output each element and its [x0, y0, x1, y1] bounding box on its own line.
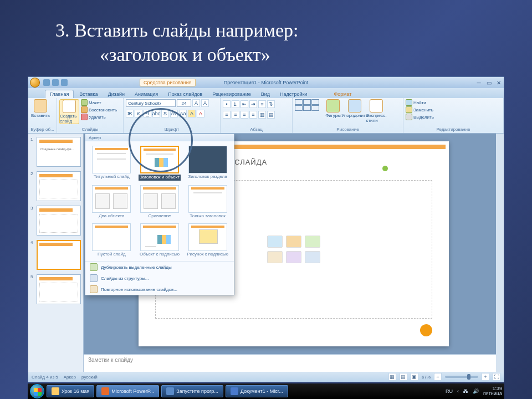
- thumbnail-5[interactable]: 5: [30, 274, 81, 304]
- insert-clipart-icon[interactable]: [286, 251, 301, 263]
- tray-lang[interactable]: RU: [446, 388, 453, 394]
- thumbnail-1[interactable]: 1Создание слайд-фи...: [30, 137, 81, 167]
- select-button[interactable]: Выделить: [406, 114, 434, 120]
- layout-two-content[interactable]: Два объекта: [90, 185, 134, 219]
- notes-pane[interactable]: Заметки к слайду: [84, 354, 504, 372]
- strike-button[interactable]: abc: [152, 110, 160, 117]
- reuse-slides-item[interactable]: Повторное использование слайдов...: [85, 284, 234, 295]
- slideshow-view-button[interactable]: ▣: [411, 373, 418, 381]
- minimize-button[interactable]: ─: [474, 79, 484, 86]
- replace-button[interactable]: Заменить: [406, 106, 434, 113]
- font-color-button[interactable]: A: [197, 110, 204, 117]
- tab-slideshow[interactable]: Показ слайдов: [163, 90, 207, 98]
- numbering-button[interactable]: 1.: [232, 100, 239, 108]
- layout-title-only[interactable]: Только заголовок: [186, 185, 229, 219]
- case-button[interactable]: Aa: [179, 110, 187, 117]
- slides-from-outline-item[interactable]: Слайды из структуры...: [85, 273, 234, 284]
- layout-section-header[interactable]: Заголовок раздела: [186, 146, 229, 181]
- tab-animation[interactable]: Анимация: [130, 90, 162, 98]
- fit-button[interactable]: ⛶: [493, 373, 500, 381]
- bullets-button[interactable]: •: [223, 100, 231, 108]
- vertical-scrollbar[interactable]: [496, 134, 504, 372]
- taskbar-item-1[interactable]: Урок 16 мая: [47, 385, 94, 397]
- instruction-line-2: «заголовок и объект»: [100, 44, 270, 65]
- layout-title-slide[interactable]: Титульный слайд: [90, 146, 134, 181]
- layout-blank[interactable]: Пустой слайд: [90, 223, 134, 257]
- layout-content-caption[interactable]: Объект с подписью: [138, 223, 182, 257]
- taskbar-item-4[interactable]: Документ1 - Micr...: [226, 385, 288, 397]
- word-icon-2: [231, 387, 238, 395]
- find-button[interactable]: Найти: [406, 99, 434, 106]
- tray-network-icon[interactable]: 🖧: [463, 388, 468, 394]
- qat-undo-icon[interactable]: [52, 79, 59, 86]
- columns-button[interactable]: ▥: [258, 111, 266, 119]
- zoom-in-button[interactable]: +: [482, 373, 489, 381]
- insert-table-icon[interactable]: [267, 236, 283, 248]
- quick-styles-button[interactable]: Экспресс-стили: [366, 99, 386, 123]
- maximize-button[interactable]: ▭: [484, 79, 494, 86]
- grow-font-button[interactable]: A: [192, 99, 200, 107]
- taskbar-item-powerpoint[interactable]: Microsoft PowerP...: [96, 385, 159, 397]
- layout-picture-caption[interactable]: Рисунок с подписью: [186, 223, 229, 257]
- start-button[interactable]: [30, 384, 44, 398]
- shapes-button[interactable]: Фигуры: [323, 99, 343, 118]
- font-name-select[interactable]: Century Schoolb: [126, 99, 176, 107]
- tray-show-hidden-icon[interactable]: ‹: [457, 388, 459, 394]
- insert-smartart-icon[interactable]: [305, 236, 320, 248]
- align-left-button[interactable]: ≡: [223, 111, 231, 119]
- delete-button[interactable]: Удалить: [81, 114, 117, 120]
- line-spacing-button[interactable]: ≡: [258, 100, 266, 108]
- justify-button[interactable]: ≡: [249, 111, 257, 119]
- zoom-slider[interactable]: [445, 376, 478, 378]
- tab-format[interactable]: Формат: [329, 90, 356, 98]
- paste-button[interactable]: Вставить: [30, 99, 50, 118]
- tray-volume-icon[interactable]: 🔊: [473, 388, 479, 394]
- reset-button[interactable]: Восстановить: [81, 106, 117, 113]
- spacing-button[interactable]: AV: [170, 110, 178, 117]
- align-center-button[interactable]: ≡: [232, 111, 239, 119]
- zoom-percent[interactable]: 67%: [422, 375, 431, 380]
- language-indicator[interactable]: русский: [81, 375, 98, 380]
- font-size-select[interactable]: 24: [177, 99, 191, 107]
- italic-button[interactable]: К: [135, 110, 142, 117]
- shapes-gallery[interactable]: [295, 99, 319, 111]
- clock[interactable]: 1:39 пятница: [483, 386, 502, 396]
- new-slide-button[interactable]: Создать слайд: [59, 99, 79, 124]
- tab-insert[interactable]: Вставка: [75, 90, 102, 98]
- tab-design[interactable]: Дизайн: [104, 90, 129, 98]
- indent-dec-button[interactable]: ⇤: [241, 100, 248, 108]
- layout-button[interactable]: Макет: [81, 99, 117, 106]
- align-right-button[interactable]: ≡: [241, 111, 248, 119]
- thumbnail-3[interactable]: 3: [30, 206, 81, 236]
- indent-inc-button[interactable]: ⇥: [249, 100, 257, 108]
- layout-title-and-content[interactable]: Заголовок и объект: [138, 146, 182, 181]
- underline-button[interactable]: Ч: [144, 110, 151, 117]
- duplicate-slides-item[interactable]: Дублировать выделенные слайды: [85, 262, 234, 273]
- normal-view-button[interactable]: ▦: [388, 373, 396, 381]
- slide-thumbnail-panel[interactable]: 1Создание слайд-фи... 2 3 4 5: [28, 134, 84, 372]
- align-text-button[interactable]: ▤: [267, 111, 275, 119]
- tab-view[interactable]: Вид: [257, 90, 274, 98]
- insert-chart-icon[interactable]: [286, 236, 301, 248]
- qat-save-icon[interactable]: [43, 79, 50, 86]
- text-direction-button[interactable]: ⇅: [267, 100, 275, 108]
- shadow-button[interactable]: S: [161, 110, 169, 117]
- close-button[interactable]: ✕: [494, 79, 504, 86]
- thumbnail-4[interactable]: 4: [30, 240, 81, 270]
- bold-button[interactable]: Ж: [126, 110, 134, 117]
- highlight-button[interactable]: A: [188, 110, 196, 117]
- thumbnail-2[interactable]: 2: [30, 171, 81, 201]
- tab-review[interactable]: Рецензирование: [208, 90, 255, 98]
- arrange-button[interactable]: Упорядочить: [345, 99, 365, 118]
- zoom-out-button[interactable]: −: [434, 373, 442, 381]
- qat-redo-icon[interactable]: [61, 79, 68, 86]
- office-button[interactable]: [30, 78, 40, 88]
- taskbar-item-3[interactable]: Запустите прогр...: [161, 385, 223, 397]
- shrink-font-button[interactable]: A: [201, 99, 209, 107]
- tab-home[interactable]: Главная: [45, 90, 74, 98]
- insert-media-icon[interactable]: [305, 251, 320, 263]
- tab-addins[interactable]: Надстройки: [275, 90, 311, 98]
- insert-picture-icon[interactable]: [267, 251, 283, 263]
- layout-comparison[interactable]: Сравнение: [138, 185, 182, 219]
- sorter-view-button[interactable]: ▤: [400, 373, 407, 381]
